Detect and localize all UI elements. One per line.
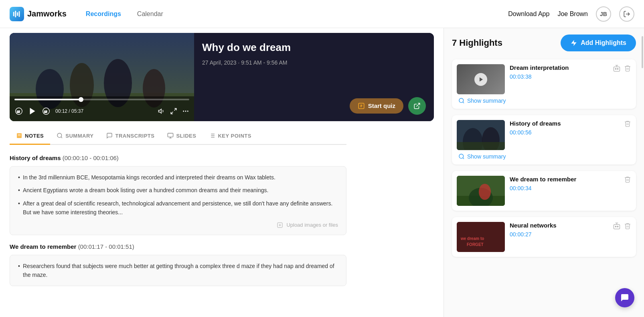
scrollbar-track [642, 28, 643, 317]
highlight-card-2: History of dreams 00:00:56 Show summary [452, 115, 636, 165]
volume-button[interactable] [158, 108, 165, 115]
main-layout: 15 15 [0, 28, 644, 317]
svg-text:we dream to: we dream to [460, 236, 484, 241]
highlight-time-2[interactable]: 00:00:56 [510, 129, 619, 136]
highlight-card-3: We dream to remember 00:00:34 [452, 171, 636, 211]
video-progress-bar[interactable] [14, 99, 189, 100]
header: Jamworks Recordings Calendar Download Ap… [0, 0, 644, 28]
svg-rect-56 [614, 225, 620, 229]
external-link-button[interactable] [408, 97, 426, 115]
highlight-thumb-3[interactable] [457, 176, 505, 206]
nav-calendar[interactable]: Calendar [137, 10, 163, 18]
start-quiz-button[interactable]: Start quiz [350, 98, 403, 114]
bot-icon-1 [613, 64, 621, 73]
note-bullet-1: In the 3rd millennium BCE, Mesopotamia k… [18, 173, 338, 182]
logo-text: Jamworks [27, 9, 67, 18]
bot-icon-4 [613, 222, 621, 231]
chat-bubble-button[interactable] [615, 288, 634, 307]
svg-point-21 [187, 111, 188, 112]
section-1-heading: History of dreams (00:00:10 - 00:01:06) [10, 154, 346, 161]
delete-icon-2[interactable] [624, 120, 631, 128]
fullscreen-button[interactable] [170, 108, 177, 115]
tab-slides[interactable]: SLIDES [161, 128, 203, 145]
section-1-time-range: (00:00:10 - 00:01:06) [63, 154, 119, 161]
rewind-button[interactable]: 15 [14, 107, 23, 116]
svg-point-48 [459, 154, 464, 158]
highlight-actions-4 [613, 222, 631, 231]
note-bullet-4: Researchers found that subjects were muc… [18, 262, 338, 280]
scrollbar-thumb[interactable] [642, 36, 643, 68]
section-2-time-range: (00:01:17 - 00:01:51) [78, 243, 134, 250]
svg-text:15: 15 [44, 110, 47, 114]
highlight-thumb-4[interactable]: we dream to FORGET [457, 222, 505, 252]
svg-point-42 [617, 68, 618, 69]
svg-marker-38 [571, 40, 577, 46]
progress-fill [14, 99, 81, 100]
upload-button[interactable]: Upload images or files [18, 222, 338, 228]
svg-rect-2 [17, 12, 18, 16]
highlight-title-4: Neural networks [510, 222, 608, 229]
delete-icon-3[interactable] [624, 176, 631, 184]
highlight-thumb-1[interactable] [457, 64, 505, 94]
highlight-time-4[interactable]: 00:00:27 [510, 231, 608, 238]
highlight-time-1[interactable]: 00:03:38 [510, 73, 608, 80]
logo-icon [10, 7, 24, 21]
section-2-card: Researchers found that subjects were muc… [10, 255, 346, 287]
highlight-actions-2 [624, 120, 631, 128]
note-bullet-2: Ancient Egyptians wrote a dream book lis… [18, 186, 338, 195]
highlights-header: 7 Highlights Add Highlights [452, 35, 636, 51]
tab-transcripts[interactable]: TRANSCRIPTS [100, 128, 161, 145]
more-options-button[interactable] [182, 108, 189, 115]
svg-marker-16 [159, 109, 162, 114]
tab-summary[interactable]: SUMMARY [50, 128, 100, 145]
show-summary-2[interactable]: Show summary [457, 153, 631, 160]
delete-icon-1[interactable] [624, 65, 631, 73]
highlight-thumb-2[interactable] [457, 120, 505, 150]
fast-forward-button[interactable]: 15 [42, 107, 51, 116]
svg-point-19 [183, 111, 184, 112]
highlight-time-3[interactable]: 00:00:34 [510, 185, 619, 191]
highlight-title-3: We dream to remember [510, 176, 619, 183]
video-thumbnail-area: 15 15 [10, 33, 194, 121]
time-display: 00:12 / 05:37 [55, 108, 83, 114]
video-action-buttons: Start quiz [202, 96, 426, 121]
svg-rect-28 [168, 133, 173, 137]
svg-rect-47 [457, 142, 505, 150]
download-app-link[interactable]: Download App [508, 10, 549, 18]
main-nav: Recordings Calendar [86, 10, 508, 18]
tab-keypoints[interactable]: KEY POINTS [203, 128, 258, 145]
highlight-actions-1 [613, 64, 631, 73]
logo-area: Jamworks [10, 7, 67, 21]
svg-rect-40 [614, 67, 620, 71]
add-highlights-button[interactable]: Add Highlights [561, 35, 636, 51]
svg-marker-13 [30, 108, 35, 115]
svg-point-43 [459, 98, 464, 103]
progress-thumb [79, 97, 83, 102]
tab-notes[interactable]: NOTES [10, 128, 50, 145]
svg-line-17 [174, 108, 176, 110]
show-summary-1[interactable]: Show summary [457, 98, 631, 104]
svg-line-18 [171, 112, 173, 114]
logout-button[interactable] [619, 6, 634, 22]
highlight-actions-3 [624, 176, 631, 184]
user-avatar[interactable]: JB [596, 6, 611, 22]
nav-recordings[interactable]: Recordings [86, 10, 121, 18]
svg-point-52 [479, 184, 491, 200]
content-tabs: NOTES SUMMARY TRANSCRIPTS SLIDES KEY POI… [10, 128, 346, 145]
notes-content: History of dreams (00:00:10 - 00:01:06) … [10, 145, 346, 304]
highlight-play-1[interactable] [474, 73, 487, 86]
video-info-panel: Why do we dream 27 April, 2023 · 9:51 AM… [194, 33, 434, 121]
play-pause-button[interactable] [28, 107, 37, 116]
svg-text:15: 15 [17, 110, 20, 114]
header-right: Download App Joe Brown JB [508, 6, 634, 22]
highlight-info-1: Dream interpretation 00:03:38 [510, 64, 608, 80]
svg-point-27 [57, 133, 62, 138]
user-name-label: Joe Brown [557, 10, 588, 18]
highlight-info-3: We dream to remember 00:00:34 [510, 176, 619, 191]
highlight-info-2: History of dreams 00:00:56 [510, 120, 619, 136]
delete-icon-4[interactable] [624, 222, 631, 231]
video-date: 27 April, 2023 · 9:51 AM - 9:56 AM [202, 59, 426, 66]
section-1-card: In the 3rd millennium BCE, Mesopotamia k… [10, 166, 346, 235]
highlight-card-4: we dream to FORGET Neural networks 00:00… [452, 217, 636, 257]
svg-marker-39 [480, 77, 483, 81]
